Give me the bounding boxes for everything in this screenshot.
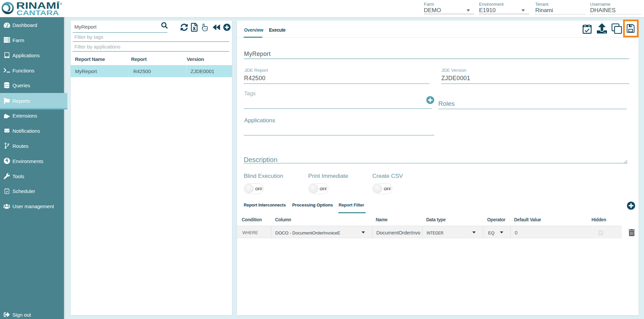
svg-text:CANTARA: CANTARA [16,9,59,16]
svg-text:®: ® [60,2,62,6]
